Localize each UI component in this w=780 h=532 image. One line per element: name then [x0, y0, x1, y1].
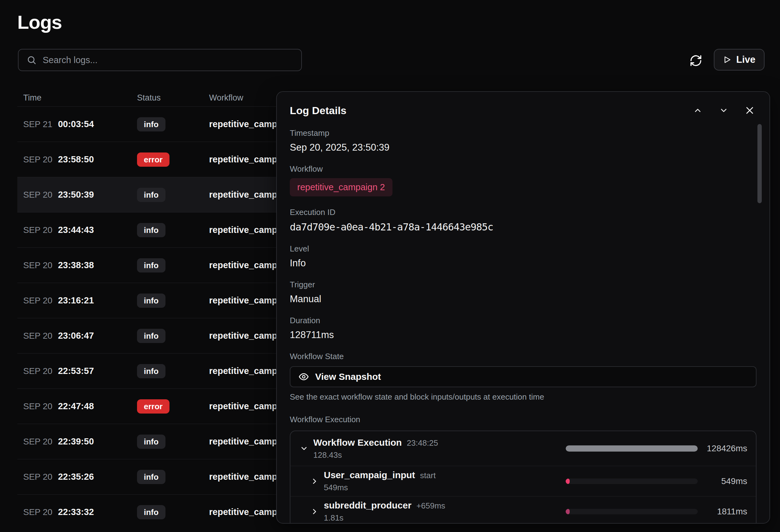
chevron-down-icon	[300, 444, 308, 453]
level-value: Info	[290, 258, 757, 269]
log-date: SEP 21	[23, 119, 52, 129]
status-badge: info	[137, 329, 165, 343]
execution-step-name: Workflow Execution	[313, 437, 402, 448]
log-status-cell: info	[137, 117, 209, 132]
eye-icon	[298, 372, 309, 382]
timestamp-value: Sep 20, 2025, 23:50:39	[290, 142, 757, 153]
close-panel-button[interactable]	[743, 104, 757, 117]
status-badge: info	[137, 470, 165, 484]
level-label: Level	[290, 244, 757, 254]
log-time-cell: SEP 2023:38:38	[23, 260, 137, 270]
log-time: 23:50:39	[58, 190, 94, 199]
page-title: Logs	[17, 11, 62, 33]
status-badge: info	[137, 223, 165, 237]
previous-log-button[interactable]	[691, 104, 704, 117]
log-time-cell: SEP 2100:03:54	[23, 119, 137, 129]
timestamp-label: Timestamp	[290, 128, 757, 138]
log-status-cell: info	[137, 294, 209, 308]
panel-header: Log Details	[290, 104, 757, 117]
workflow-state-section: Workflow State View Snapshot See the exa…	[290, 352, 757, 402]
log-time: 23:44:43	[58, 225, 94, 235]
execution-duration-label: 128426ms	[698, 443, 747, 453]
log-date: SEP 20	[23, 401, 52, 411]
panel-scrollbar-thumb[interactable]	[758, 124, 762, 203]
execution-step-meta: start	[420, 471, 436, 480]
status-badge: info	[137, 188, 165, 202]
log-time: 22:35:26	[58, 472, 94, 482]
status-badge: error	[137, 152, 169, 167]
log-status-cell: error	[137, 152, 209, 167]
log-status-cell: info	[137, 329, 209, 343]
view-snapshot-label: View Snapshot	[315, 372, 381, 382]
live-button[interactable]: Live	[714, 49, 765, 70]
execution-step-name: User_campaig_input	[324, 470, 415, 480]
log-time: 23:38:38	[58, 260, 94, 270]
column-header-time: Time	[23, 93, 137, 103]
log-time-cell: SEP 2023:58:50	[23, 154, 137, 164]
execution-step-duration-seconds: 1.81s	[324, 513, 566, 523]
status-badge: info	[137, 258, 165, 273]
log-status-cell: info	[137, 188, 209, 202]
log-time-cell: SEP 2022:35:26	[23, 472, 137, 482]
log-status-cell: info	[137, 505, 209, 519]
execution-progress-fill	[566, 445, 698, 451]
log-date: SEP 20	[23, 296, 52, 305]
trigger-value: Manual	[290, 294, 757, 305]
execution-step-meta: +659ms	[416, 501, 445, 511]
timestamp-field: Timestamp Sep 20, 2025, 23:50:39	[290, 128, 757, 153]
status-badge: info	[137, 117, 165, 132]
execution-row[interactable]: User_campaig_input start 549ms 549ms	[290, 466, 756, 496]
refresh-icon	[689, 54, 702, 67]
workflow-execution-card: Workflow Execution 23:48:25 128.43s 1284…	[290, 431, 757, 524]
workflow-badge[interactable]: repetitive_campaign 2	[290, 178, 392, 196]
log-time: 00:03:54	[58, 119, 94, 129]
duration-label: Duration	[290, 316, 757, 325]
log-time-cell: SEP 2022:47:48	[23, 401, 137, 412]
execution-id-field: Execution ID da7d709e-a0ea-4b21-a78a-144…	[290, 207, 757, 233]
log-time: 23:06:47	[58, 331, 94, 341]
log-time-cell: SEP 2023:50:39	[23, 190, 137, 200]
chevron-up-icon	[693, 106, 702, 115]
log-time-cell: SEP 2023:16:21	[23, 295, 137, 305]
log-status-cell: info	[137, 223, 209, 237]
log-time: 22:39:50	[58, 436, 94, 446]
execution-progress-bar	[566, 509, 698, 514]
execution-row[interactable]: Workflow Execution 23:48:25 128.43s 1284…	[290, 431, 756, 466]
chevron-down-icon	[719, 106, 728, 115]
log-date: SEP 20	[23, 472, 52, 482]
execution-id-label: Execution ID	[290, 207, 757, 217]
snapshot-caption: See the exact workflow state and block i…	[290, 392, 757, 402]
log-date: SEP 20	[23, 437, 52, 446]
status-badge: error	[137, 399, 169, 414]
execution-progress-fill	[566, 479, 570, 484]
live-button-label: Live	[736, 54, 755, 65]
execution-progress-bar	[566, 445, 698, 451]
panel-title: Log Details	[290, 104, 346, 116]
log-date: SEP 20	[23, 155, 52, 164]
search-input[interactable]	[43, 55, 293, 65]
search-icon	[27, 55, 37, 65]
trigger-field: Trigger Manual	[290, 280, 757, 305]
search-box[interactable]	[18, 49, 302, 71]
log-time: 22:53:57	[58, 366, 94, 376]
log-status-cell: error	[137, 399, 209, 414]
log-time-cell: SEP 2022:53:57	[23, 366, 137, 376]
execution-row[interactable]: subreddit_producer +659ms 1.81s 1811ms	[290, 496, 756, 524]
chevron-right-icon	[310, 507, 319, 516]
play-icon	[723, 55, 731, 64]
execution-duration-label: 1811ms	[698, 506, 747, 517]
trigger-label: Trigger	[290, 280, 757, 290]
log-time: 23:58:50	[58, 154, 94, 164]
workflow-state-label: Workflow State	[290, 352, 757, 361]
workflow-field: Workflow repetitive_campaign 2	[290, 164, 757, 196]
log-time: 22:47:48	[58, 401, 94, 411]
execution-duration-label: 549ms	[698, 476, 747, 486]
next-log-button[interactable]	[717, 104, 731, 117]
log-date: SEP 20	[23, 190, 52, 199]
view-snapshot-button[interactable]: View Snapshot	[290, 366, 757, 387]
log-time: 23:16:21	[58, 295, 94, 305]
log-time-cell: SEP 2023:06:47	[23, 331, 137, 341]
refresh-button[interactable]	[686, 51, 706, 70]
duration-value: 128711ms	[290, 329, 757, 341]
log-date: SEP 20	[23, 225, 52, 235]
